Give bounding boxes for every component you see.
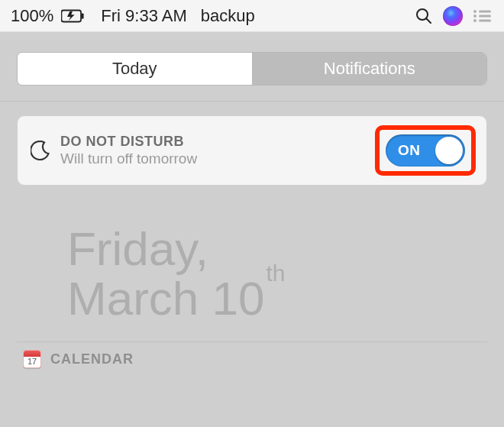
date-ordinal-suffix: th bbox=[266, 260, 285, 286]
divider bbox=[0, 101, 504, 102]
dnd-subtitle: Will turn off tomorrow bbox=[60, 150, 197, 167]
menubar: 100% Fri 9:33 AM backup bbox=[0, 0, 504, 32]
spotlight-search-icon[interactable] bbox=[412, 5, 435, 27]
svg-point-5 bbox=[473, 10, 477, 13]
svg-point-7 bbox=[473, 15, 477, 18]
calendar-icon-day: 17 bbox=[24, 355, 40, 367]
menubar-clock[interactable]: Fri 9:33 AM bbox=[101, 6, 186, 26]
svg-line-4 bbox=[427, 18, 431, 23]
siri-icon[interactable] bbox=[441, 5, 464, 27]
highlight-box: ON bbox=[375, 125, 476, 176]
svg-point-9 bbox=[473, 19, 477, 22]
tab-notifications[interactable]: Notifications bbox=[252, 53, 487, 85]
svg-rect-8 bbox=[479, 15, 491, 17]
calendar-icon: 17 bbox=[23, 350, 41, 368]
svg-marker-2 bbox=[67, 11, 75, 20]
dnd-toggle[interactable]: ON bbox=[386, 134, 465, 167]
menubar-backup-item[interactable]: backup bbox=[201, 6, 255, 26]
notification-center-tabs: Today Notifications bbox=[0, 32, 504, 101]
svg-rect-10 bbox=[479, 19, 491, 21]
tab-today[interactable]: Today bbox=[18, 53, 252, 85]
svg-rect-6 bbox=[479, 10, 491, 12]
dnd-title: DO NOT DISTURB bbox=[60, 134, 197, 150]
battery-charging-icon bbox=[61, 5, 84, 27]
svg-rect-1 bbox=[82, 13, 84, 18]
moon-icon bbox=[25, 141, 56, 160]
calendar-widget-label: CALENDAR bbox=[50, 351, 134, 367]
widget-divider bbox=[17, 341, 487, 342]
battery-percent: 100% bbox=[11, 6, 53, 26]
dnd-toggle-label: ON bbox=[398, 142, 421, 159]
toggle-knob bbox=[435, 137, 463, 164]
date-line2: March 10th bbox=[67, 273, 487, 323]
calendar-widget-header[interactable]: 17 CALENDAR bbox=[23, 350, 487, 368]
today-date: Friday, March 10th bbox=[0, 186, 504, 331]
date-line2-main: March 10 bbox=[67, 272, 264, 325]
do-not-disturb-row: DO NOT DISTURB Will turn off tomorrow ON bbox=[17, 115, 487, 186]
notification-center-icon[interactable] bbox=[470, 5, 493, 27]
